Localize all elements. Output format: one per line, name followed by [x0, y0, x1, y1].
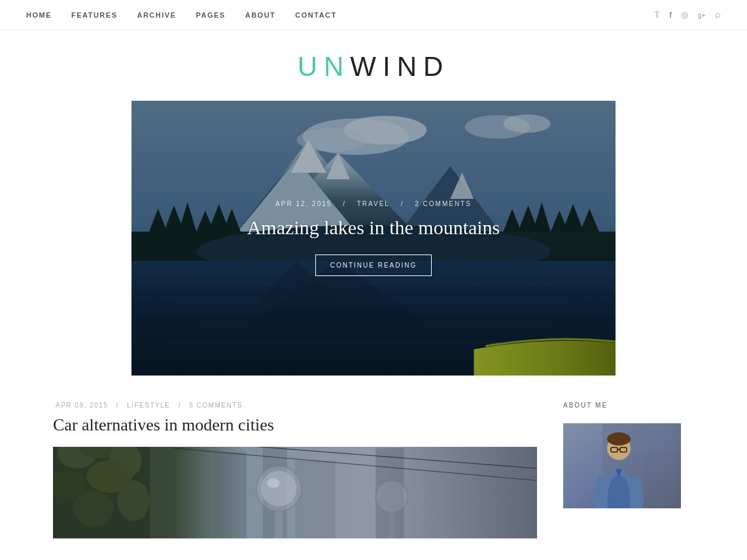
- svg-rect-45: [215, 452, 247, 538]
- about-section: ABOUT ME: [563, 402, 694, 508]
- nav-pages[interactable]: PAGES: [196, 11, 225, 19]
- svg-point-65: [607, 432, 631, 446]
- continue-reading-button[interactable]: CONTINUE READING: [315, 254, 432, 276]
- search-icon[interactable]: ⌕: [715, 9, 721, 20]
- about-photo: [563, 423, 681, 508]
- twitter-icon[interactable]: 𝕋: [654, 10, 660, 20]
- nav-social: 𝕋 f ◎ g+ ⌕: [654, 9, 721, 20]
- post-sep1: /: [116, 402, 119, 409]
- logo-rest: WIND: [350, 51, 449, 82]
- posts-area: APR 09, 2015 / LIFESTYLE / 5 COMMENTS Ca…: [53, 402, 537, 538]
- post-category: LIFESTYLE: [127, 402, 170, 409]
- svg-rect-47: [295, 461, 336, 538]
- post-comments: 5 COMMENTS: [189, 402, 243, 409]
- nav-contact[interactable]: CONTACT: [295, 11, 336, 19]
- about-title: ABOUT ME: [563, 402, 694, 414]
- svg-point-43: [73, 491, 114, 527]
- post-meta: APR 09, 2015 / LIFESTYLE / 5 COMMENTS: [53, 402, 537, 409]
- nav-about[interactable]: ABOUT: [245, 11, 276, 19]
- hero-date: APR 12, 2015: [275, 200, 332, 207]
- hero-meta: APR 12, 2015 / TRAVEL / 2 COMMENTS: [180, 200, 567, 207]
- post-sep2: /: [179, 402, 181, 409]
- logo-accent: UN: [298, 51, 351, 82]
- main-content: APR 09, 2015 / LIFESTYLE / 5 COMMENTS Ca…: [27, 376, 720, 538]
- google-plus-icon[interactable]: g+: [697, 11, 706, 19]
- svg-point-44: [118, 481, 150, 521]
- instagram-icon[interactable]: ◎: [681, 10, 688, 20]
- hero-section: APR 12, 2015 / TRAVEL / 2 COMMENTS Amazi…: [131, 101, 616, 376]
- facebook-icon[interactable]: f: [669, 10, 672, 20]
- hero-separator2: /: [401, 200, 404, 207]
- svg-point-52: [261, 471, 296, 506]
- main-nav: HOME FEATURES ARCHIVE PAGES ABOUT CONTAC…: [0, 0, 747, 30]
- svg-rect-56: [389, 513, 395, 538]
- post-date: APR 09, 2015: [56, 402, 108, 409]
- about-photo-svg: [563, 423, 681, 508]
- post-image-svg: [53, 447, 537, 538]
- hero-title: Amazing lakes in the mountains: [180, 217, 567, 239]
- post-image: [53, 447, 537, 538]
- hero-separator1: /: [343, 200, 346, 207]
- nav-features[interactable]: FEATURES: [71, 11, 117, 19]
- site-logo: UNWIND: [0, 30, 747, 101]
- svg-rect-54: [275, 511, 283, 538]
- hero-content: APR 12, 2015 / TRAVEL / 2 COMMENTS Amazi…: [180, 200, 567, 276]
- nav-links: HOME FEATURES ARCHIVE PAGES ABOUT CONTAC…: [26, 11, 337, 19]
- svg-point-55: [375, 481, 408, 513]
- svg-point-53: [267, 478, 280, 488]
- hero-category: TRAVEL: [357, 200, 390, 207]
- sidebar: ABOUT ME: [563, 402, 694, 538]
- nav-archive[interactable]: ARCHIVE: [137, 11, 176, 19]
- nav-home[interactable]: HOME: [26, 11, 52, 19]
- post-title: Car alternatives in modern cities: [53, 415, 537, 435]
- hero-comments: 2 COMMENTS: [415, 200, 472, 207]
- logo-text: UNWIND: [0, 51, 747, 82]
